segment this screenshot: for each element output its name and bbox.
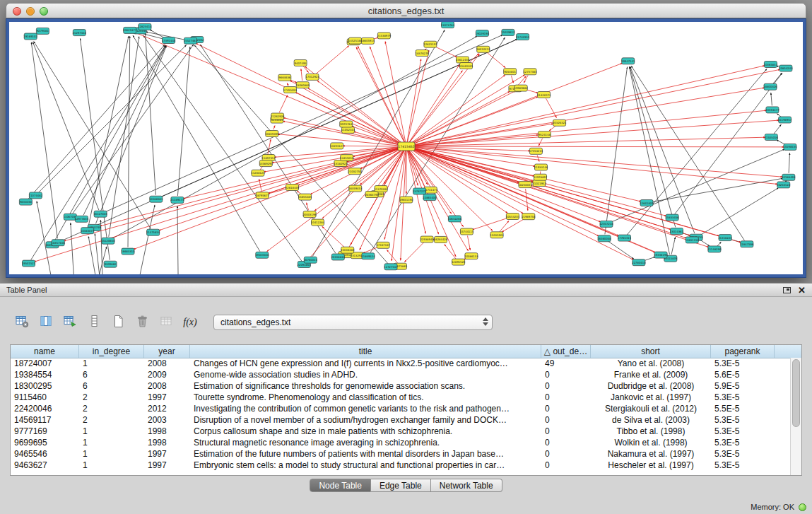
- table-cell[interactable]: Wolkin et al. (1998): [591, 437, 711, 448]
- table-row[interactable]: 946554611997Estimation of the future num…: [11, 448, 791, 460]
- table-cell[interactable]: 2012: [144, 403, 190, 414]
- float-panel-icon[interactable]: [783, 287, 791, 293]
- table-cell[interactable]: 49: [541, 358, 591, 369]
- table-cell[interactable]: 1: [79, 358, 144, 369]
- table-cell[interactable]: Tourette syndrome. Phenomenology and cla…: [190, 392, 541, 403]
- close-window-button[interactable]: [13, 7, 21, 16]
- table-cell[interactable]: 0: [541, 392, 591, 403]
- table-cell[interactable]: 5.3E-5: [711, 437, 775, 448]
- table-cell[interactable]: 5.3E-5: [711, 426, 775, 437]
- table-cell[interactable]: 1997: [144, 448, 190, 460]
- table-row[interactable]: 977716911998Corpus callosum shape and si…: [11, 426, 791, 437]
- table-cell[interactable]: 1997: [144, 460, 190, 471]
- table-cell[interactable]: Tibbo et al. (1998): [591, 426, 711, 437]
- table-cell[interactable]: 1: [79, 448, 144, 460]
- table-cell[interactable]: Hescheler et al. (1997): [591, 460, 711, 471]
- table-cell[interactable]: 1: [79, 437, 144, 448]
- table-cell[interactable]: 9465546: [11, 448, 79, 460]
- table-cell[interactable]: 6: [79, 369, 144, 380]
- table-row[interactable]: 2242004622012Investigating the contribut…: [11, 403, 791, 414]
- table-cell[interactable]: 22420046: [11, 403, 79, 414]
- tab-node-table[interactable]: Node Table: [310, 479, 371, 492]
- table-function-button[interactable]: [59, 313, 81, 332]
- table-cell[interactable]: 1997: [144, 392, 190, 403]
- minimize-window-button[interactable]: [26, 7, 35, 16]
- delete-column-button[interactable]: [131, 313, 153, 332]
- table-cell[interactable]: 9115460: [11, 392, 79, 403]
- table-row[interactable]: 969969511998Structural magnetic resonanc…: [11, 437, 791, 448]
- table-cell[interactable]: Dudbridge et al. (2008): [591, 380, 711, 392]
- tab-edge-table[interactable]: Edge Table: [371, 479, 431, 492]
- table-cell[interactable]: 5.5E-5: [711, 403, 775, 414]
- tab-network-table[interactable]: Network Table: [431, 479, 502, 492]
- table-cell[interactable]: 1998: [144, 426, 190, 437]
- scrollbar-thumb[interactable]: [792, 359, 800, 427]
- table-cell[interactable]: Genome-wide association studies in ADHD.: [190, 369, 541, 380]
- table-cell[interactable]: 18724007: [11, 358, 79, 369]
- table-row[interactable]: 1830029562008Estimation of significance …: [11, 380, 791, 392]
- table-cell[interactable]: 1: [79, 460, 144, 471]
- table-cell[interactable]: Disruption of a novel member of a sodium…: [190, 414, 541, 426]
- table-cell[interactable]: 0: [541, 448, 591, 460]
- table-vertical-scrollbar[interactable]: [790, 358, 801, 475]
- table-cell[interactable]: 0: [541, 369, 591, 380]
- network-canvas[interactable]: 1741545218376276128251911561243819440325…: [9, 22, 803, 274]
- new-column-button[interactable]: [107, 313, 129, 332]
- table-cell[interactable]: Stergiakouli et al. (2012): [591, 403, 711, 414]
- table-cell[interactable]: 2003: [144, 414, 190, 426]
- table-row[interactable]: 1938455462009Genome-wide association stu…: [11, 369, 791, 380]
- table-cell[interactable]: 2008: [144, 358, 190, 369]
- function-builder-button[interactable]: f(x): [180, 313, 201, 332]
- table-cell[interactable]: 2009: [144, 369, 190, 380]
- table-cell[interactable]: 5.3E-5: [711, 414, 775, 426]
- table-cell[interactable]: 0: [541, 380, 591, 392]
- table-cell[interactable]: Jankovic et al. (1997): [591, 392, 711, 403]
- table-cell[interactable]: 2: [79, 392, 144, 403]
- table-cell[interactable]: 2: [79, 403, 144, 414]
- table-cell[interactable]: 9699695: [11, 437, 79, 448]
- table-cell[interactable]: 9777169: [11, 426, 79, 437]
- network-window-titlebar[interactable]: citations_edges.txt: [6, 3, 806, 18]
- table-row[interactable]: 1456911722003Disruption of a novel membe…: [11, 414, 791, 426]
- table-row[interactable]: 1872400712008Changes of HCN gene express…: [11, 358, 791, 369]
- table-cell[interactable]: 5.3E-5: [711, 358, 775, 369]
- table-cell[interactable]: de Silva et al. (2003): [591, 414, 711, 426]
- table-cell[interactable]: 0: [541, 437, 591, 448]
- table-mode-button[interactable]: [11, 313, 33, 332]
- zoom-window-button[interactable]: [40, 7, 48, 16]
- close-panel-icon[interactable]: ✕: [798, 286, 806, 295]
- table-cell[interactable]: 5.3E-5: [711, 392, 775, 403]
- table-cell[interactable]: Yano et al. (2008): [591, 358, 711, 369]
- column-header-4[interactable]: △ out_de…: [541, 345, 591, 358]
- column-header-5[interactable]: short: [591, 345, 711, 358]
- row-selector-button[interactable]: [83, 313, 105, 332]
- import-table-button[interactable]: [155, 313, 177, 332]
- column-header-6[interactable]: pagerank: [711, 345, 775, 358]
- table-cell[interactable]: 2: [79, 414, 144, 426]
- table-row[interactable]: 946362711997Embryonic stem cells: a mode…: [11, 460, 791, 471]
- column-visibility-button[interactable]: [35, 313, 57, 332]
- table-cell[interactable]: 5.3E-5: [711, 448, 775, 460]
- table-cell[interactable]: 6: [79, 380, 144, 392]
- table-cell[interactable]: 1998: [144, 437, 190, 448]
- table-cell[interactable]: 5.9E-5: [711, 380, 775, 392]
- table-cell[interactable]: Structural magnetic resonance image aver…: [190, 437, 541, 448]
- column-header-1[interactable]: in_degree: [79, 345, 144, 358]
- table-cell[interactable]: 2008: [144, 380, 190, 392]
- table-cell[interactable]: 18300295: [11, 380, 79, 392]
- table-cell[interactable]: 1: [79, 426, 144, 437]
- table-cell[interactable]: Nakamura et al. (1997): [591, 448, 711, 460]
- table-cell[interactable]: Estimation of significance thresholds fo…: [190, 380, 541, 392]
- table-cell[interactable]: 0: [541, 460, 591, 471]
- table-cell[interactable]: 0: [541, 414, 591, 426]
- table-cell[interactable]: 9463627: [11, 460, 79, 471]
- table-cell[interactable]: Changes of HCN gene expression and I(f) …: [190, 358, 541, 369]
- memory-status-icon[interactable]: [799, 503, 806, 511]
- table-cell[interactable]: Corpus callosum shape and size in male p…: [190, 426, 541, 437]
- table-cell[interactable]: Franke et al. (2009): [591, 369, 711, 380]
- table-cell[interactable]: Estimation of the future numbers of pati…: [190, 448, 541, 460]
- network-table-selector[interactable]: citations_edges.txt: [213, 315, 493, 330]
- column-header-0[interactable]: name: [11, 345, 79, 358]
- table-cell[interactable]: 19384554: [11, 369, 79, 380]
- table-cell[interactable]: Investigating the contribution of common…: [190, 403, 541, 414]
